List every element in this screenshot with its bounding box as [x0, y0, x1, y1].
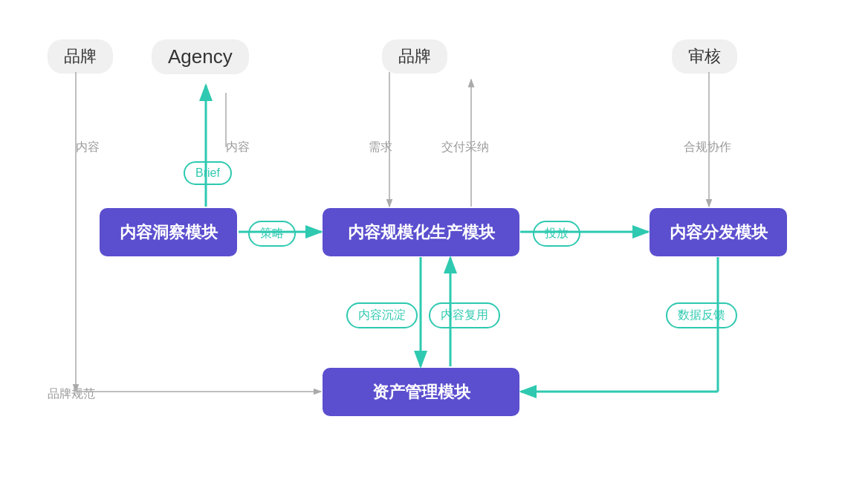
flow-text-jiaofucaina: 交付采纳: [441, 140, 489, 155]
role-pinpai-center: 品牌: [382, 39, 447, 74]
module-production: 内容规模化生产模块: [323, 208, 519, 256]
pill-celue: 策略: [248, 221, 296, 247]
module-distribution: 内容分发模块: [650, 208, 787, 256]
diagram: 品牌 Agency 品牌 审核 内容 内容 需求 交付采纳 合规协作 品牌规范 …: [25, 19, 843, 464]
flow-text-guihe-xiezuo: 合规协作: [684, 140, 731, 155]
module-insight: 内容洞察模块: [100, 208, 237, 256]
role-shenhe: 审核: [672, 39, 737, 74]
pill-toufang: 投放: [533, 221, 580, 247]
role-pinpai-left: 品牌: [48, 39, 113, 74]
flow-text-neirong-left: 内容: [76, 140, 100, 155]
flow-text-xuqiu: 需求: [369, 140, 392, 155]
role-agency: Agency: [152, 39, 249, 74]
flow-text-neirong-agency: 内容: [226, 140, 250, 155]
pill-neirong-chenji: 内容沉淀: [346, 302, 418, 328]
pill-shuju-fankui: 数据反馈: [666, 302, 737, 328]
pill-brief: Brief: [184, 161, 232, 185]
module-asset: 资产管理模块: [323, 368, 519, 416]
pill-neirong-fuyong: 内容复用: [429, 302, 500, 328]
flow-text-pinpai-guifan: 品牌规范: [48, 386, 95, 402]
